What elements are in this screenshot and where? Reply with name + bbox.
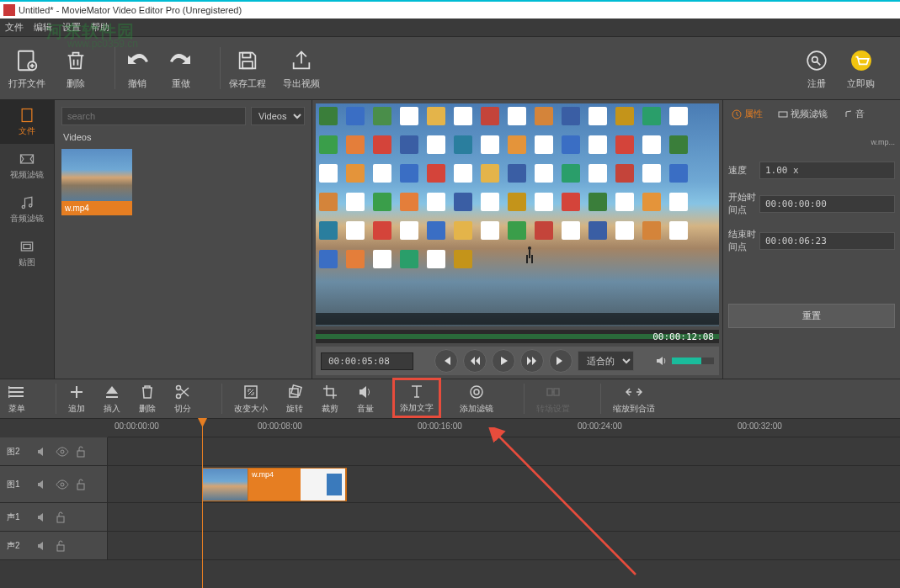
tl-rotate-button[interactable]: 旋转 xyxy=(286,383,303,415)
start-input[interactable] xyxy=(759,195,895,213)
track-head-v2: 图2 xyxy=(0,437,108,465)
left-tab-strip: 文件 视频滤镜 音频滤镜 贴图 xyxy=(0,100,55,379)
svg-point-27 xyxy=(61,450,64,453)
tl-append-button[interactable]: 追加 xyxy=(68,383,85,415)
undo-button[interactable]: 撤销 xyxy=(124,47,151,90)
tab-sticker[interactable]: 贴图 xyxy=(0,231,54,275)
track-head-a2: 声2 xyxy=(0,532,108,559)
skip-start-button[interactable] xyxy=(434,349,458,373)
props-clip-name: w.mp... xyxy=(728,138,895,146)
svg-point-10 xyxy=(29,204,32,207)
tl-add-text-button[interactable]: 添加文字 xyxy=(392,378,441,418)
svg-rect-7 xyxy=(22,109,32,122)
media-search-input[interactable] xyxy=(61,107,246,125)
props-tab-properties[interactable]: 属性 xyxy=(728,105,766,123)
lock-icon[interactable] xyxy=(56,511,66,523)
clip-thumbnail xyxy=(61,149,132,201)
media-type-select[interactable]: Videos xyxy=(251,107,305,125)
svg-point-23 xyxy=(471,386,482,398)
playhead[interactable] xyxy=(202,419,203,588)
tab-video-filter[interactable]: 视频滤镜 xyxy=(0,144,54,188)
clip-filename: w.mp4 xyxy=(61,201,132,215)
register-button[interactable]: 注册 xyxy=(803,47,830,90)
eye-icon[interactable] xyxy=(56,447,69,457)
menubar: 文件 编辑 设置 帮助 xyxy=(0,19,900,37)
tl-add-filter-button[interactable]: 添加滤镜 xyxy=(460,383,493,415)
menu-settings[interactable]: 设置 xyxy=(62,21,81,34)
tl-resize-button[interactable]: 改变大小 xyxy=(234,383,268,415)
zoom-select[interactable]: 适合的 xyxy=(578,351,634,371)
svg-rect-26 xyxy=(554,389,559,395)
preview-progress-bar[interactable]: 00:00:12:08 xyxy=(316,330,719,343)
open-file-button[interactable]: 打开文件 xyxy=(8,47,45,90)
reset-button[interactable]: 重置 xyxy=(728,304,895,328)
tl-volume-button[interactable]: 音量 xyxy=(357,383,374,415)
tl-zoom-fit-button[interactable]: 缩放到合适 xyxy=(613,383,655,415)
clip-name: w.mp4 xyxy=(250,469,275,479)
play-button[interactable] xyxy=(492,349,515,373)
track-v2[interactable]: 图2 xyxy=(0,437,900,466)
menu-file[interactable]: 文件 xyxy=(5,21,24,34)
tab-audio-filter[interactable]: 音频滤镜 xyxy=(0,188,54,231)
preview-content xyxy=(319,107,693,275)
tl-menu-button[interactable]: 菜单 xyxy=(8,383,25,415)
mute-icon[interactable] xyxy=(37,446,49,458)
tl-transition-button[interactable]: 转场设置 xyxy=(536,383,570,415)
position-input[interactable] xyxy=(321,352,413,370)
tl-split-button[interactable]: 切分 xyxy=(174,383,191,415)
svg-rect-30 xyxy=(77,484,84,490)
lock-icon[interactable] xyxy=(76,446,86,458)
timeline: 00:00:00:00 00:00:08:00 00:00:16:00 00:0… xyxy=(0,419,900,588)
separator xyxy=(220,47,221,89)
delete-button[interactable]: 删除 xyxy=(62,47,89,90)
track-a2[interactable]: 声2 xyxy=(0,532,900,560)
buy-button[interactable]: 立即购 xyxy=(847,47,875,90)
svg-point-24 xyxy=(474,389,479,395)
tl-crop-button[interactable]: 裁剪 xyxy=(322,383,338,415)
forward-button[interactable] xyxy=(520,349,544,373)
svg-rect-3 xyxy=(242,61,253,68)
svg-point-9 xyxy=(22,205,24,208)
export-video-button[interactable]: 导出视频 xyxy=(283,47,320,90)
menu-edit[interactable]: 编辑 xyxy=(34,21,52,34)
svg-rect-25 xyxy=(547,389,552,395)
clip-thumb-start xyxy=(203,469,248,501)
lock-icon[interactable] xyxy=(56,540,66,552)
preview-viewport[interactable] xyxy=(316,103,719,326)
eye-icon[interactable] xyxy=(56,479,69,490)
lock-icon[interactable] xyxy=(76,479,86,490)
timeline-ruler[interactable]: 00:00:00:00 00:00:08:00 00:00:16:00 00:0… xyxy=(108,419,900,437)
start-label: 开始时间点 xyxy=(728,191,759,216)
preview-timecode: 00:00:12:08 xyxy=(652,331,719,342)
svg-rect-31 xyxy=(57,516,64,522)
media-clip-item[interactable]: w.mp4 xyxy=(61,149,132,215)
redo-button[interactable]: 重做 xyxy=(168,47,194,90)
watermark-url: www.pc0359.cn xyxy=(67,38,138,50)
volume-slider[interactable] xyxy=(672,358,714,364)
skip-end-button[interactable] xyxy=(549,349,572,373)
speed-input[interactable] xyxy=(759,162,895,179)
runner-figure xyxy=(525,246,534,260)
rewind-button[interactable] xyxy=(463,349,487,373)
save-project-button[interactable]: 保存工程 xyxy=(229,47,266,90)
mute-icon[interactable] xyxy=(37,479,49,490)
mute-icon[interactable] xyxy=(37,540,49,552)
volume-icon[interactable] xyxy=(655,354,668,368)
svg-point-16 xyxy=(8,391,9,393)
menu-help[interactable]: 帮助 xyxy=(91,21,109,34)
props-tab-video-filter[interactable]: 视频滤镜 xyxy=(775,105,831,123)
speed-label: 速度 xyxy=(728,164,759,177)
tl-insert-button[interactable]: 插入 xyxy=(104,383,120,415)
tab-file[interactable]: 文件 xyxy=(0,100,54,144)
window-titlebar: Untitled* - MovieMator Video Editor Pro … xyxy=(0,0,900,19)
separator xyxy=(114,47,115,89)
timeline-clip[interactable]: w.mp4 xyxy=(202,468,347,501)
end-input[interactable] xyxy=(759,232,895,250)
tl-delete-button[interactable]: 删除 xyxy=(139,383,156,415)
track-v1[interactable]: 图1 w.mp4 xyxy=(0,466,900,503)
props-tab-audio-filter[interactable]: 音 xyxy=(839,105,868,123)
svg-rect-14 xyxy=(779,112,787,117)
track-a1[interactable]: 声1 xyxy=(0,503,900,532)
clip-thumb-end xyxy=(301,469,346,501)
mute-icon[interactable] xyxy=(37,511,49,523)
